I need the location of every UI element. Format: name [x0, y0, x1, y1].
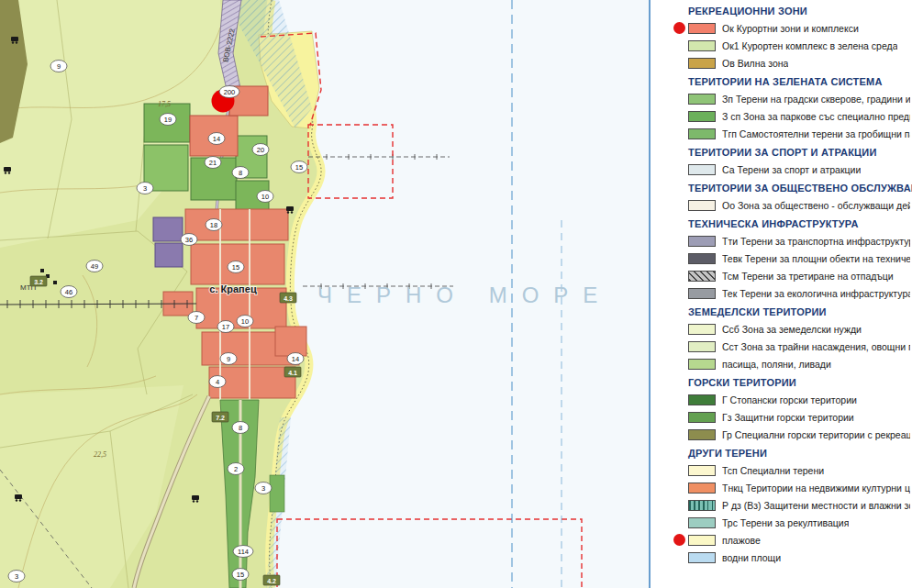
parcel-marker[interactable]: 3	[137, 183, 153, 194]
map-svg[interactable]: ЧЕРНО МОРЕ с. Крапец ВОВ-2222 МТП 17,5 2…	[0, 0, 670, 588]
svg-text:18: 18	[210, 221, 217, 229]
legend-item-label: Ссб Зона за земеделски нужди	[722, 324, 862, 335]
legend-item[interactable]: водни площи	[688, 549, 910, 566]
legend-item-label: Трс Терени за рекултивация	[722, 517, 849, 528]
parcel-marker[interactable]: 15	[232, 569, 249, 581]
legend-item[interactable]: Ов Вилна зона	[688, 54, 910, 72]
legend-item-label: Зп Терени на градски скверове, градини и…	[722, 94, 910, 105]
sea-label: ЧЕРНО МОРЕ	[317, 283, 612, 307]
legend-item-label: пасища, поляни, ливади	[722, 359, 831, 370]
parcel-marker[interactable]: 15	[228, 261, 244, 273]
zoning-plan-view: ЧЕРНО МОРЕ с. Крапец ВОВ-2222 МТП 17,5 2…	[0, 0, 912, 588]
road-number-box[interactable]: 4.1	[284, 367, 301, 377]
annotation-dot	[673, 534, 685, 546]
legend-swatch	[688, 111, 716, 122]
legend-swatch	[688, 58, 716, 69]
parcel-marker[interactable]: 10	[237, 316, 253, 327]
parcel-marker[interactable]: 14	[208, 133, 225, 145]
village-label: с. Крапец	[209, 283, 257, 294]
parcel-marker[interactable]: 200	[219, 86, 239, 98]
legend-item-label: Оо Зона за обществено - обслужващи дейно	[722, 200, 910, 211]
road-number-box[interactable]: 4.3	[280, 293, 296, 303]
legend-item-label: Тевк Терени за площни обекти на техничес…	[722, 253, 910, 264]
parcel-marker[interactable]: 15	[291, 161, 307, 173]
parcel-marker[interactable]: 36	[181, 234, 197, 246]
road-number-box[interactable]: 7.2	[212, 412, 228, 422]
svg-text:7: 7	[195, 314, 198, 322]
legend-item[interactable]: Оо Зона за обществено - обслужващи дейно	[688, 196, 910, 214]
parcel-marker[interactable]: 46	[61, 286, 77, 298]
legend-swatch	[688, 341, 716, 352]
road-number-box[interactable]: 3.2	[30, 276, 47, 286]
legend-item[interactable]: Г Стопански горски територии	[688, 391, 910, 408]
legend-swatch	[688, 271, 716, 282]
elevation-label: 17,5	[158, 100, 171, 108]
parcel-marker[interactable]: 4	[209, 376, 226, 388]
svg-text:4: 4	[216, 378, 219, 386]
svg-text:20: 20	[257, 146, 264, 154]
legend-item[interactable]: Ссб Зона за земеделски нужди	[688, 320, 910, 338]
legend-item[interactable]: Тевк Терени за площни обекти на техничес…	[688, 250, 910, 267]
parcel-marker[interactable]: 3	[255, 483, 272, 494]
legend-swatch	[688, 324, 716, 335]
legend-item-label: Гз Защитни горски територии	[722, 412, 854, 423]
parcel-marker[interactable]: 10	[257, 191, 273, 203]
legend-item[interactable]: Тсп Специални терени	[688, 461, 910, 479]
legend-item[interactable]: Гз Защитни горски територии	[688, 408, 910, 426]
parcel-marker[interactable]: 20	[252, 144, 269, 156]
legend-swatch	[688, 200, 716, 211]
parcel-marker[interactable]: 19	[160, 114, 176, 126]
svg-text:49: 49	[91, 262, 98, 271]
legend-item[interactable]: Тти Терени за транспортна инфраструктура	[688, 232, 910, 250]
svg-text:3.2: 3.2	[34, 279, 43, 285]
legend-item-label: Ок Курортни зони и комплекси	[722, 23, 859, 34]
legend-item[interactable]: Сст Зона за трайни насаждения, овощни гр…	[688, 338, 910, 355]
parcel-marker[interactable]: 49	[86, 261, 103, 272]
road-number-box[interactable]: 4.2	[263, 575, 280, 585]
parcel-marker[interactable]: 8	[232, 422, 249, 434]
legend-item[interactable]: Тгп Самостоятелни терени за гробищни пар…	[688, 125, 910, 142]
legend-item[interactable]: плажове	[688, 531, 910, 549]
legend-swatch	[688, 253, 716, 264]
parcel-marker[interactable]: 7	[188, 312, 205, 324]
legend-item[interactable]: пасища, поляни, ливади	[688, 355, 910, 372]
parcel-marker[interactable]: 21	[205, 157, 221, 169]
parcel-marker[interactable]: 17	[217, 321, 234, 333]
legend-section-title: ТЕРИТОРИИ НА ЗЕЛЕНАТА СИСТЕМА	[688, 76, 910, 87]
legend-item[interactable]: Зп Терени на градски скверове, градини и…	[688, 90, 910, 107]
parcel-marker[interactable]: 2	[228, 463, 244, 475]
legend-item[interactable]: Ок Курортни зони и комплекси	[688, 19, 910, 37]
legend-swatch	[688, 429, 716, 440]
map-container[interactable]: ЧЕРНО МОРЕ с. Крапец ВОВ-2222 МТП 17,5 2…	[0, 0, 670, 588]
svg-text:36: 36	[185, 236, 193, 244]
legend-item[interactable]: Тнкц Територии на недвижими културни цен	[688, 479, 910, 496]
parcel-marker[interactable]: 18	[206, 219, 222, 231]
svg-text:14: 14	[213, 135, 220, 143]
legend-item-label: Ок1 Курортен комплекс в зелена среда	[722, 40, 897, 51]
elevation-label: 22,5	[94, 450, 106, 459]
parcel-marker[interactable]: 3	[8, 571, 25, 582]
legend-item[interactable]: Гр Специални горски територии с рекреаци…	[688, 426, 910, 443]
legend-item[interactable]: Са Терени за спорт и атракции	[688, 161, 910, 178]
parcel-marker[interactable]: 9	[50, 61, 67, 72]
parcel-marker[interactable]: 9	[220, 353, 237, 365]
svg-text:3: 3	[15, 572, 18, 581]
svg-text:46: 46	[65, 288, 72, 296]
parcel-marker[interactable]: 114	[233, 546, 253, 558]
svg-text:4.2: 4.2	[267, 578, 276, 584]
legend-item[interactable]: Трс Терени за рекултивация	[688, 514, 910, 531]
legend-item[interactable]: Тек Терени за екологична инфраструктура	[688, 284, 910, 302]
parcel-marker[interactable]: 8	[232, 167, 249, 179]
legend-item[interactable]: Ок1 Курортен комплекс в зелена среда	[688, 37, 910, 54]
legend-item[interactable]: Тсм Терени за третиране на отпадъци	[688, 267, 910, 284]
legend-section-title: ГОРСКИ ТЕРИТОРИИ	[688, 377, 910, 388]
legend-item[interactable]: З сп Зона за паркове със специално предн…	[688, 107, 910, 125]
parcel-marker[interactable]: 14	[287, 353, 304, 365]
legend-item[interactable]: Р дз (Вз) Защитени местности и влажни зо…	[688, 496, 910, 514]
legend-item-label: Тти Терени за транспортна инфраструктура	[722, 236, 910, 247]
svg-text:15: 15	[295, 163, 303, 172]
legend-item-label: Ов Вилна зона	[722, 58, 788, 69]
legend-swatch	[688, 359, 716, 370]
svg-text:8: 8	[239, 169, 242, 177]
svg-text:9: 9	[227, 355, 230, 363]
